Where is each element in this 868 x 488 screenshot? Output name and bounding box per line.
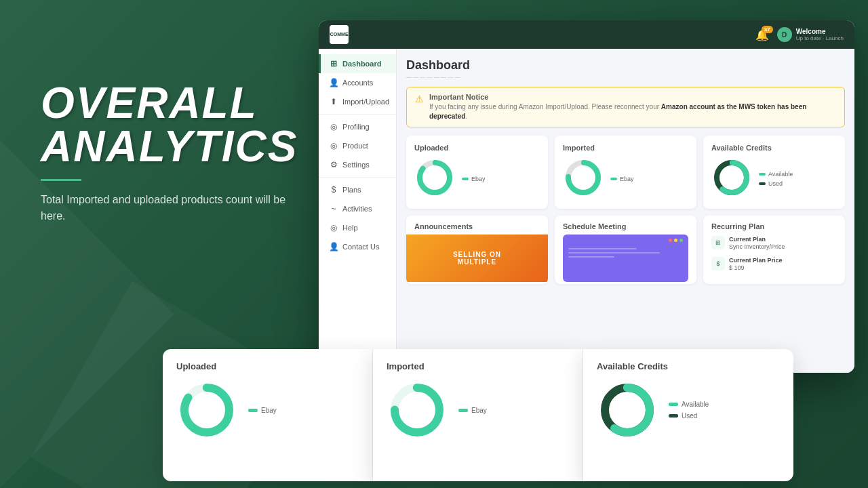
sidebar-item-accounts[interactable]: 👤 Accounts (319, 73, 396, 92)
uploaded-card: Uploaded Ebay (406, 136, 548, 209)
logo-icon: CEO COMMERCE (330, 25, 349, 44)
sidebar-item-import[interactable]: ⬆ Import/Upload (319, 92, 396, 111)
front-uploaded-legend: Ebay (248, 407, 277, 414)
sidebar-item-dashboard[interactable]: ⊞ Dashboard (319, 54, 396, 73)
imported-donut (563, 157, 604, 201)
sidebar-item-profiling[interactable]: ◎ Profiling (319, 117, 396, 136)
notice-content: Important Notice If you facing any issue… (429, 93, 836, 121)
mline-3 (568, 256, 614, 258)
title-divider (41, 179, 81, 181)
main-content: Dashboard — — — — — — — — ⚠ Important No… (397, 49, 854, 373)
notice-text: If you facing any issue during Amazon Im… (429, 102, 836, 121)
front-uploaded-donut (176, 380, 237, 441)
legend-used: Used (759, 180, 793, 187)
plan-current-text: Current Plan Sync Inventory/Price (729, 236, 785, 251)
announcements-image: SELLING ONMULTIPLE (406, 235, 548, 282)
front-legend-ebay: Ebay (248, 407, 277, 414)
announcements-title: Announcements (406, 216, 548, 235)
sidebar-label-activities: Activities (342, 205, 372, 213)
front-ebay-dot-imp (458, 409, 468, 412)
svg-point-2 (427, 169, 443, 186)
sidebar: ⊞ Dashboard 👤 Accounts ⬆ Import/Upload ◎… (319, 49, 397, 373)
bottom-row: Announcements SELLING ONMULTIPLE Schedul… (406, 216, 845, 284)
logo-area: CEO COMMERCE (330, 25, 349, 44)
front-imported-card: Imported Ebay (373, 349, 583, 481)
credits-card: Available Credits Ava (703, 136, 845, 209)
uploaded-body: Ebay (414, 157, 540, 201)
front-used-dot (669, 414, 678, 418)
breadcrumb-text: — — — — — — — — (406, 74, 460, 80)
meeting-content-lines (568, 248, 683, 260)
legend-ebay-imported: Ebay (610, 176, 634, 182)
sidebar-label-profiling: Profiling (342, 123, 370, 131)
meeting-preview (563, 235, 688, 282)
credits-donut (711, 157, 752, 201)
main-title: OVERALL ANALYTICS (41, 81, 298, 168)
help-icon: ◎ (329, 223, 338, 232)
plans-icon: $ (329, 185, 338, 195)
sidebar-item-settings[interactable]: ⚙ Settings (319, 155, 396, 174)
sidebar-item-activities[interactable]: ~ Activities (319, 199, 396, 218)
plan-icon: ⊞ (711, 236, 725, 249)
sidebar-label-help: Help (342, 224, 358, 232)
notice-bar: ⚠ Important Notice If you facing any iss… (406, 87, 845, 127)
subtitle: Total Imported and uploaded products cou… (41, 192, 298, 224)
front-uploaded-title: Uploaded (176, 361, 359, 371)
app-window: CEO COMMERCE 🔔 37 D Welcome Up to date -… (319, 20, 854, 373)
app-body: ⊞ Dashboard 👤 Accounts ⬆ Import/Upload ◎… (319, 49, 854, 373)
import-icon: ⬆ (329, 97, 338, 106)
svg-point-11 (193, 396, 220, 424)
uploaded-legend: Ebay (462, 176, 486, 182)
page-title: Dashboard (406, 58, 845, 73)
front-imported-donut (387, 380, 448, 441)
sidebar-label-plans: Plans (342, 186, 361, 194)
uploaded-title: Uploaded (414, 144, 540, 152)
imported-card: Imported Ebay (555, 136, 696, 209)
mline-2 (568, 252, 660, 253)
notice-title: Important Notice (429, 93, 836, 101)
welcome-text: Welcome Up to date - Launch (796, 28, 844, 41)
front-legend-used: Used (669, 412, 709, 420)
mline-1 (568, 248, 637, 249)
imported-body: Ebay (563, 157, 688, 201)
front-cards-overlay: Uploaded Ebay Imported (163, 349, 848, 481)
svg-point-17 (614, 396, 641, 424)
plan-current: ⊞ Current Plan Sync Inventory/Price (711, 236, 837, 251)
sidebar-label-settings: Settings (342, 161, 370, 169)
legend-available: Available (759, 171, 793, 178)
activities-icon: ~ (329, 204, 338, 214)
sidebar-label-import: Import/Upload (342, 98, 389, 106)
plan-price-text: Current Plan Price $ 109 (729, 257, 783, 272)
front-imported-legend: Ebay (458, 407, 487, 414)
front-credits-body: Available Used (597, 380, 780, 441)
credits-body: Available Used (711, 157, 837, 201)
imported-title: Imported (563, 144, 688, 152)
plan-title: Recurring Plan (711, 222, 837, 230)
left-section: OVERALL ANALYTICS Total Imported and upl… (41, 81, 298, 224)
user-area[interactable]: D Welcome Up to date - Launch (777, 27, 844, 42)
sidebar-divider (319, 114, 396, 115)
sidebar-label-accounts: Accounts (342, 79, 373, 87)
avatar: D (777, 27, 792, 42)
notification-count: 37 (762, 26, 773, 33)
front-imported-title: Imported (387, 361, 569, 371)
ebay-dot (462, 178, 469, 180)
front-legend-available: Available (669, 401, 709, 408)
sidebar-item-product[interactable]: ◎ Product (319, 136, 396, 155)
front-credits-card: Available Credits Available Used (583, 349, 793, 481)
sidebar-divider2 (319, 177, 396, 178)
front-uploaded-card: Uploaded Ebay (163, 349, 373, 481)
available-dot (759, 173, 766, 176)
front-uploaded-body: Ebay (176, 380, 359, 441)
plan-card: Recurring Plan ⊞ Current Plan Sync Inven… (703, 216, 845, 284)
sidebar-label-product: Product (342, 142, 368, 150)
notification-bell[interactable]: 🔔 37 (755, 28, 769, 41)
svg-point-14 (403, 396, 431, 424)
sidebar-item-help[interactable]: ◎ Help (319, 218, 396, 237)
dashboard-icon: ⊞ (329, 59, 338, 68)
sidebar-item-plans[interactable]: $ Plans (319, 180, 396, 199)
sidebar-item-contact[interactable]: 👤 Contact Us (319, 237, 396, 256)
dot-yellow (674, 239, 677, 242)
imported-legend: Ebay (610, 176, 634, 182)
meeting-title: Schedule Meeting (555, 216, 696, 235)
